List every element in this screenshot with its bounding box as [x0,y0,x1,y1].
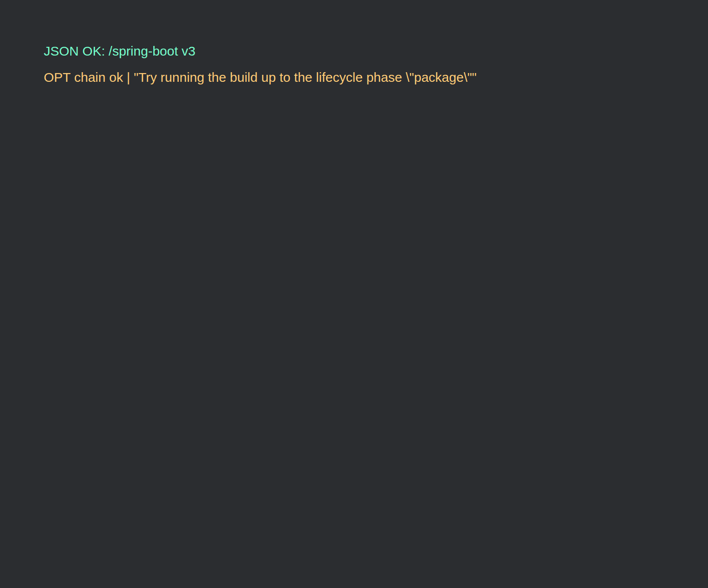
page: JSON OK: /spring-boot v3 OPT chain ok | … [0,0,708,588]
debug-line-1: JSON OK: /spring-boot v3 [44,44,196,59]
debug-line-2: OPT chain ok | "Try running the build up… [44,70,477,85]
